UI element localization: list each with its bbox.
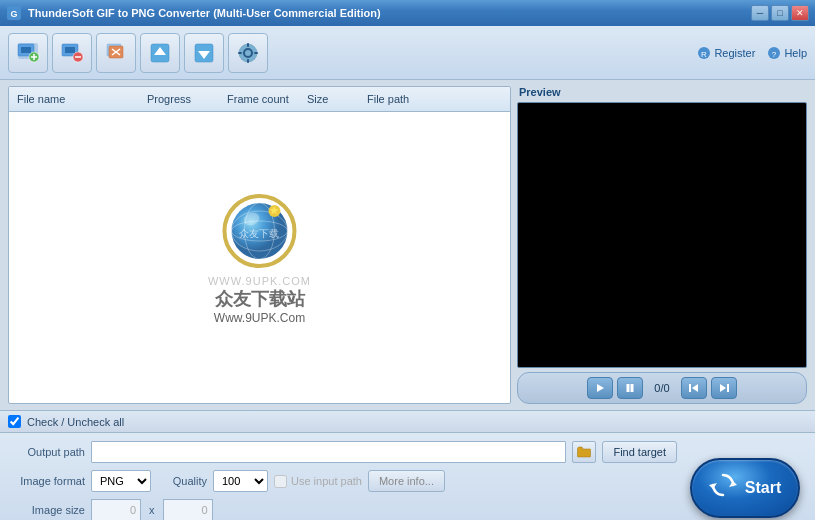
- next-frame-button[interactable]: [711, 377, 737, 399]
- use-input-path-label: Use input path: [291, 475, 362, 487]
- svg-rect-24: [238, 52, 242, 54]
- col-header-filename: File name: [9, 91, 139, 107]
- col-header-filepath: File path: [359, 91, 510, 107]
- svg-rect-25: [254, 52, 258, 54]
- col-header-progress: Progress: [139, 91, 219, 107]
- start-label: Start: [745, 479, 781, 497]
- minimize-button[interactable]: ─: [751, 5, 769, 21]
- use-input-path-checkbox[interactable]: [274, 475, 287, 488]
- browse-folder-button[interactable]: [572, 441, 596, 463]
- maximize-button[interactable]: □: [771, 5, 789, 21]
- start-button[interactable]: Start: [690, 458, 800, 518]
- main-area: File name Progress Frame count Size File…: [0, 80, 815, 410]
- start-icon: [709, 471, 737, 504]
- svg-rect-40: [627, 384, 630, 392]
- remove-file-button[interactable]: [52, 33, 92, 73]
- image-size-label: Image size: [10, 504, 85, 516]
- add-file-button[interactable]: [8, 33, 48, 73]
- move-down-button[interactable]: [184, 33, 224, 73]
- col-header-size: Size: [299, 91, 359, 107]
- more-info-button[interactable]: More info...: [368, 470, 445, 492]
- register-link[interactable]: R Register: [697, 46, 755, 60]
- width-input[interactable]: [91, 499, 141, 520]
- svg-rect-23: [247, 59, 249, 63]
- title-bar: G ThunderSoft GIF to PNG Converter (Mult…: [0, 0, 815, 26]
- check-all-label[interactable]: Check / Uncheck all: [27, 416, 124, 428]
- svg-marker-39: [597, 384, 604, 392]
- folder-icon: [577, 446, 591, 458]
- play-button[interactable]: [587, 377, 613, 399]
- frame-counter: 0/0: [647, 382, 677, 394]
- window-controls: ─ □ ✕: [751, 5, 809, 21]
- bottom-panel: Output path Find target Image format PNG…: [0, 432, 815, 520]
- move-up-button[interactable]: [140, 33, 180, 73]
- watermark-chinese-text: 众友下载站: [215, 287, 305, 311]
- watermark-url-text: Www.9UPK.Com: [214, 311, 305, 325]
- playback-controls: 0/0: [517, 372, 807, 404]
- clear-button[interactable]: [96, 33, 136, 73]
- svg-rect-22: [247, 43, 249, 47]
- close-button[interactable]: ✕: [791, 5, 809, 21]
- start-button-area: Start: [685, 441, 805, 520]
- prev-frame-button[interactable]: [681, 377, 707, 399]
- svg-rect-43: [689, 384, 691, 392]
- svg-text:众友下载: 众友下载: [240, 228, 280, 239]
- bottom-left: Output path Find target Image format PNG…: [10, 441, 677, 520]
- settings-button[interactable]: [228, 33, 268, 73]
- x-separator: x: [147, 504, 157, 516]
- watermark-logo: 众友下载: [220, 191, 300, 271]
- toolbar-buttons: [8, 33, 268, 73]
- quality-label: Quality: [157, 475, 207, 487]
- toolbar-right: R Register ? Help: [697, 46, 807, 60]
- svg-rect-41: [631, 384, 634, 392]
- watermark: 众友下载 WWW.9UPK.COM 众友下载站 Www.9UPK.Com: [208, 191, 311, 325]
- output-path-row: Output path Find target: [10, 441, 677, 463]
- preview-panel: Preview 0/0: [517, 86, 807, 404]
- file-list-header: File name Progress Frame count Size File…: [9, 87, 510, 112]
- image-format-select[interactable]: PNG BMP JPG: [91, 470, 151, 492]
- image-format-label: Image format: [10, 475, 85, 487]
- image-size-row: Image size x: [10, 499, 677, 520]
- app-title: ThunderSoft GIF to PNG Converter (Multi-…: [28, 7, 381, 19]
- quality-select[interactable]: 100 90 80: [213, 470, 268, 492]
- output-path-input[interactable]: [91, 441, 566, 463]
- watermark-top-text: WWW.9UPK.COM: [208, 275, 311, 287]
- find-target-button[interactable]: Find target: [602, 441, 677, 463]
- preview-label: Preview: [517, 86, 807, 98]
- svg-text:G: G: [10, 9, 17, 19]
- app-icon: G: [6, 5, 22, 21]
- file-list-body: 众友下载 WWW.9UPK.COM 众友下载站 Www.9UPK.Com: [9, 112, 510, 403]
- svg-rect-9: [65, 47, 75, 53]
- col-header-framecount: Frame count: [219, 91, 299, 107]
- use-input-path-row: Use input path: [274, 475, 362, 488]
- check-all-checkbox[interactable]: [8, 415, 21, 428]
- check-all-bar: Check / Uncheck all: [0, 410, 815, 432]
- svg-rect-4: [21, 47, 31, 53]
- height-input[interactable]: [163, 499, 213, 520]
- svg-marker-42: [692, 384, 698, 392]
- output-path-label: Output path: [10, 446, 85, 458]
- help-icon: ?: [767, 46, 781, 60]
- register-icon: R: [697, 46, 711, 60]
- title-bar-left: G ThunderSoft GIF to PNG Converter (Mult…: [6, 5, 381, 21]
- pause-button[interactable]: [617, 377, 643, 399]
- start-refresh-icon: [709, 471, 737, 499]
- toolbar: R Register ? Help: [0, 26, 815, 80]
- svg-rect-45: [727, 384, 729, 392]
- help-link[interactable]: ? Help: [767, 46, 807, 60]
- svg-text:?: ?: [772, 50, 777, 59]
- file-list-panel: File name Progress Frame count Size File…: [8, 86, 511, 404]
- svg-text:R: R: [702, 50, 708, 59]
- svg-marker-44: [720, 384, 726, 392]
- image-format-row: Image format PNG BMP JPG Quality 100 90 …: [10, 470, 677, 492]
- preview-screen: [517, 102, 807, 368]
